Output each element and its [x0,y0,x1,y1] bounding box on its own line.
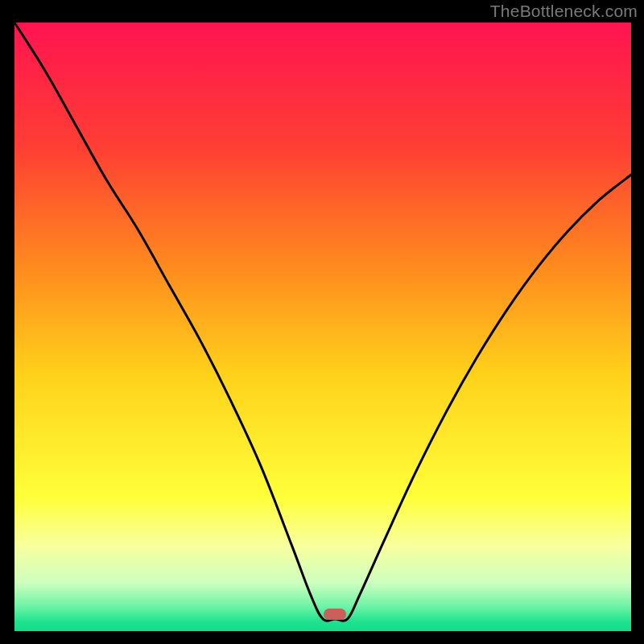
gradient-rect [14,23,631,631]
chart-svg [14,23,631,631]
optimal-marker [324,609,346,620]
watermark-text: TheBottleneck.com [490,2,638,21]
plot-area [14,23,631,631]
chart-stage: TheBottleneck.com [0,0,644,644]
